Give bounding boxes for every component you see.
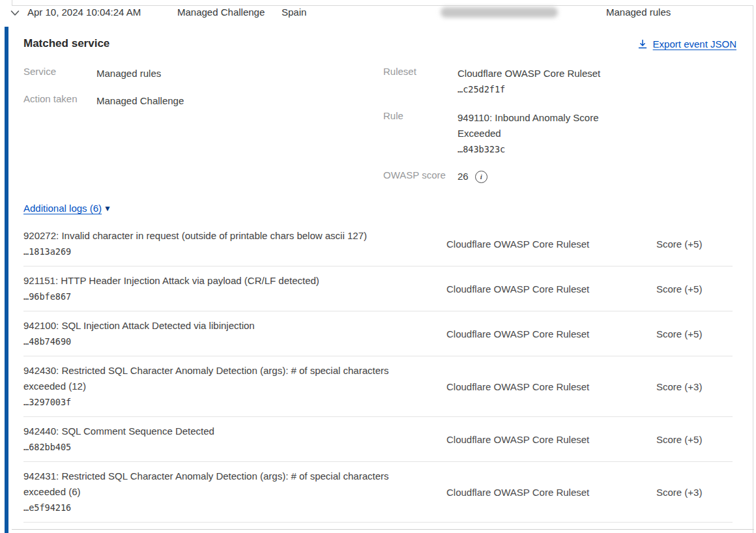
event-action: Managed Challenge <box>177 7 265 18</box>
log-rule-hash: …682bb405 <box>23 439 414 455</box>
download-icon <box>637 39 648 50</box>
caret-down-icon: ▼ <box>104 204 111 213</box>
log-row: 921151: HTTP Header Injection Attack via… <box>23 266 733 311</box>
additional-logs-table: 920272: Invalid character in request (ou… <box>23 222 733 523</box>
event-timestamp: Apr 10, 2024 10:04:24 AM <box>27 7 141 18</box>
log-rule-description: 942430: Restricted SQL Character Anomaly… <box>23 363 414 394</box>
action-taken-label: Action taken <box>23 93 78 104</box>
log-rule-hash: …1813a269 <box>23 244 414 259</box>
action-taken-value: Managed Challenge <box>96 93 184 109</box>
rule-name: 949110: Inbound Anomaly Score Exceeded <box>458 110 610 141</box>
log-rule-hash: …3297003f <box>23 394 414 410</box>
log-row: 942440: SQL Comment Sequence Detected …6… <box>23 417 733 462</box>
additional-logs-toggle[interactable]: Additional logs (6) ▼ <box>23 203 111 214</box>
log-row: 942431: Restricted SQL Character Anomaly… <box>23 462 733 523</box>
ruleset-value: Cloudflare OWASP Core Ruleset …c25d2f1f <box>458 66 614 97</box>
log-ruleset: Cloudflare OWASP Core Ruleset <box>446 328 656 339</box>
log-rule-description: 920272: Invalid character in request (ou… <box>23 228 414 244</box>
log-ruleset: Cloudflare OWASP Core Ruleset <box>446 283 656 295</box>
log-rule-description: 942431: Restricted SQL Character Anomaly… <box>23 468 414 500</box>
rule-hash: …843b323c <box>458 141 610 157</box>
log-ruleset: Cloudflare OWASP Core Ruleset <box>446 381 656 392</box>
log-ruleset: Cloudflare OWASP Core Ruleset <box>446 487 656 498</box>
log-rule-hash: …96bfe867 <box>23 289 414 304</box>
ruleset-name: Cloudflare OWASP Core Ruleset <box>458 66 614 81</box>
log-row: 920272: Invalid character in request (ou… <box>23 222 733 266</box>
log-rule-hash: …e5f94216 <box>23 500 414 515</box>
log-score: Score (+5) <box>656 238 733 250</box>
event-service: Managed rules <box>606 7 671 18</box>
log-rule-description: 921151: HTTP Header Injection Attack via… <box>23 273 414 289</box>
export-event-json-label: Export event JSON <box>653 38 736 50</box>
log-score: Score (+5) <box>656 328 733 339</box>
service-value: Managed rules <box>96 66 161 81</box>
log-rule-hash: …48b74690 <box>23 334 414 349</box>
log-ruleset: Cloudflare OWASP Core Ruleset <box>446 434 656 445</box>
redacted-value <box>441 7 558 18</box>
export-event-json-link[interactable]: Export event JSON <box>637 38 736 50</box>
log-rule-description: 942100: SQL Injection Attack Detected vi… <box>23 318 414 334</box>
log-score: Score (+5) <box>656 434 733 445</box>
owasp-score-value: 26 <box>458 169 469 184</box>
additional-logs-label: Additional logs (6) <box>23 203 102 214</box>
ruleset-hash: …c25d2f1f <box>458 81 614 97</box>
log-score: Score (+5) <box>656 283 733 295</box>
rule-value: 949110: Inbound Anomaly Score Exceeded …… <box>458 110 610 157</box>
log-score: Score (+3) <box>656 381 733 392</box>
expanded-row-accent-bar <box>5 27 8 533</box>
rule-label: Rule <box>383 110 403 121</box>
log-ruleset: Cloudflare OWASP Core Ruleset <box>446 238 656 250</box>
event-country: Spain <box>282 7 306 18</box>
table-bottom-border <box>12 529 754 530</box>
owasp-score-label: OWASP score <box>383 169 446 180</box>
service-label: Service <box>23 66 56 77</box>
log-score: Score (+3) <box>656 487 733 498</box>
event-summary-row[interactable]: Apr 10, 2024 10:04:24 AM Managed Challen… <box>0 0 756 23</box>
collapse-chevron-icon[interactable] <box>9 7 21 19</box>
ruleset-label: Ruleset <box>383 66 416 77</box>
table-right-border <box>753 5 753 533</box>
log-row: 942430: Restricted SQL Character Anomaly… <box>23 356 733 417</box>
log-rule-description: 942440: SQL Comment Sequence Detected <box>23 424 414 439</box>
matched-service-title: Matched service <box>23 37 109 50</box>
log-row: 942100: SQL Injection Attack Detected vi… <box>23 311 733 356</box>
info-icon[interactable]: i <box>475 171 487 183</box>
